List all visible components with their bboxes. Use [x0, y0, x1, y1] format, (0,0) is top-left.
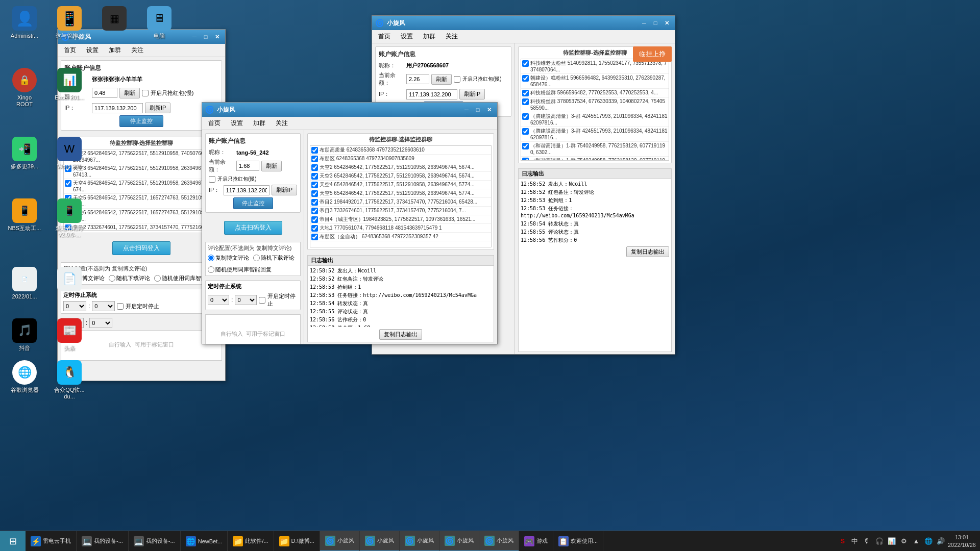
desktop-icon-admin[interactable]: 👤 Administr...: [4, 4, 45, 41]
mi-2-10[interactable]: 大地1 7770561074, 7794668118 4815436397154…: [310, 224, 491, 233]
taskbar-wind4[interactable]: 🌀 小旋风: [439, 531, 479, 551]
redpack-check-2[interactable]: 开启只抢红包(慢): [209, 176, 257, 183]
tray-micro[interactable]: 🎙: [862, 536, 872, 546]
tray-up[interactable]: ▲: [911, 536, 921, 546]
refresh-balance-btn-2[interactable]: 刷新: [261, 161, 282, 171]
menu-settings-2[interactable]: 设置: [227, 118, 247, 129]
refresh-ip-btn-3[interactable]: 刷新IP: [459, 89, 485, 99]
tray-sound[interactable]: 🔊: [936, 536, 946, 546]
minimize-btn-3[interactable]: ─: [639, 18, 649, 28]
mi-3-2[interactable]: 朝建设）糕粉丝1 5966596482, 64399235310, 276239…: [521, 74, 669, 89]
copy-log-btn-3[interactable]: 复制日志输出: [626, 246, 669, 257]
right-float-btn-3[interactable]: 临挂上挣: [633, 46, 672, 62]
taskbar-mydevice2[interactable]: 💻 我的设备-...: [129, 531, 181, 551]
mi-2-11[interactable]: 布朋区（全自动） 6248365368 47972352309357 42: [310, 233, 491, 241]
desktop-icon-qr[interactable]: ▦: [94, 4, 135, 41]
close-btn-1[interactable]: ✕: [212, 32, 222, 41]
mi-2-3[interactable]: 天空2 6542846542, 1775622517, 5512910958, …: [310, 163, 491, 172]
timing-min-2[interactable]: 0: [235, 295, 256, 305]
refresh-ip-btn-2[interactable]: 刷新IP: [272, 185, 297, 195]
close-btn-3[interactable]: ✕: [662, 18, 672, 28]
mi-2-2[interactable]: 布朋区 6248365368 47972340907835609: [310, 155, 491, 163]
menu-group-3[interactable]: 加群: [419, 31, 439, 42]
mi-3-8[interactable]: （和谐高清量）1-群 7540249958, 7762158129, 60771…: [521, 157, 669, 161]
balance-input-3[interactable]: [406, 74, 429, 84]
tray-ime[interactable]: 中: [850, 536, 860, 546]
log-content-3[interactable]: 12:58:52 发出人：Ncoill 12:58:52 红包备注：转发评论 1…: [519, 179, 671, 245]
taskbar-software[interactable]: 📁 此软件/...: [228, 531, 274, 551]
desktop-icon-xingo[interactable]: 🔒 XingoROOT: [4, 66, 45, 110]
mi-2-1[interactable]: 布朋高质量 6248365368 47972352126603610: [310, 146, 491, 155]
desktop-icon-excel[interactable]: 📊 Excel 201...: [49, 66, 90, 110]
mi-2-6[interactable]: 天空5 6542846542, 1775622517, 5512910958, …: [310, 189, 491, 198]
redpack-check-3[interactable]: 开启只抢红包(慢): [454, 76, 502, 83]
balance-input-2[interactable]: [236, 161, 259, 171]
monitor-list-3[interactable]: 科技维老太粉丝 5140992811, 17550234177, 7355713…: [521, 59, 669, 161]
desktop-icon-pc[interactable]: 🖥 电脑: [139, 4, 180, 41]
mi-2-5[interactable]: 天空4 6542846542, 1775622517, 5512910958, …: [310, 181, 491, 189]
timing-check-2[interactable]: 开启定时停止: [259, 292, 298, 308]
tray-sogou[interactable]: S: [838, 536, 848, 546]
mi-2-7[interactable]: 帝目2 1984492017, 1775622517, 3734157470, …: [310, 198, 491, 207]
mi-2-4[interactable]: 天空3 6542846542, 1775622517, 5512910958, …: [310, 172, 491, 181]
minimize-btn-1[interactable]: ─: [189, 32, 200, 41]
tray-settings[interactable]: ⚙: [899, 536, 909, 546]
taskbar-game[interactable]: 🎮 游戏: [519, 531, 553, 551]
titlebar-2[interactable]: 🌀 小旋风 ─ □ ✕: [202, 103, 497, 117]
close-btn-2[interactable]: ✕: [484, 105, 494, 114]
tray-chart[interactable]: 📊: [887, 536, 897, 546]
start-button[interactable]: ⊞: [0, 531, 26, 552]
ip-input-2[interactable]: [224, 185, 270, 195]
ip-input-3[interactable]: [406, 89, 457, 99]
desktop-icon-word[interactable]: W Word 201: [49, 135, 90, 172]
mi-3-7[interactable]: （和谐高清量）1-群 7540249958, 7762158129, 60771…: [521, 142, 669, 157]
titlebar-3[interactable]: 🌀 小旋风 ─ □ ✕: [372, 16, 675, 30]
menu-follow-2[interactable]: 关注: [272, 118, 292, 129]
desktop-icon-chrome[interactable]: 🌐 谷歌浏览器: [4, 358, 45, 402]
account-title-3: 账户账户信息: [379, 50, 508, 59]
taskbar-welcome[interactable]: 📋 欢迎使用...: [553, 531, 603, 551]
minimize-btn-2[interactable]: ─: [461, 105, 472, 114]
desktop-icon-2022[interactable]: 📄 2022/01...: [4, 265, 45, 302]
note-textarea-2[interactable]: 自行输入 可用于标记窗口: [205, 314, 301, 344]
desktop-icon-qq[interactable]: 🐧 合众QQ软...du...: [49, 358, 90, 402]
desktop-icon-toutiao[interactable]: 📰 头条: [49, 316, 90, 354]
mi-3-5[interactable]: （腾建設高清量）3-群 4245517993, 2101096334, 4824…: [521, 112, 669, 127]
menu-settings-3[interactable]: 设置: [397, 31, 417, 42]
stop-monitor-btn-2[interactable]: 停止监控: [233, 197, 273, 209]
taskbar-wind5[interactable]: 🌀 小旋风: [479, 531, 519, 551]
maximize-btn-3[interactable]: □: [650, 18, 660, 28]
desktop-icon-app-v2[interactable]: 📱 观运用程序v2.0.0-...: [49, 196, 90, 240]
taskbar-folder[interactable]: 📁 D:\微博...: [274, 531, 320, 551]
mi-3-4[interactable]: 科技粉丝群 3780537534, 6776330339, 1040802724…: [521, 97, 669, 112]
taskbar-wind3[interactable]: 🌀 小旋风: [400, 531, 439, 551]
taskbar-newbet[interactable]: 🌐 NewBet...: [181, 531, 228, 551]
scan-btn-2[interactable]: 点击扫码登入: [224, 221, 282, 235]
menu-home-3[interactable]: 首页: [374, 31, 395, 42]
mi-3-6[interactable]: （腾建設高清量）3-群 4245517993, 2101096334, 4824…: [521, 127, 669, 142]
desktop-icon-nbs[interactable]: 📱 NBS互动工...: [4, 196, 45, 240]
mi-2-8[interactable]: 帝目3 7332674601, 1775622517, 3734157470, …: [310, 207, 491, 215]
log-content-2[interactable]: 12:58:52 发出人：Ncoill 12:58:52 红包备注：转发评论 1…: [308, 266, 494, 327]
taskbar-wind2[interactable]: 🌀 小旋风: [360, 531, 400, 551]
timing-hour-2[interactable]: 0: [208, 295, 229, 305]
taskbar-thunder[interactable]: ⚡ 雷电云手机: [26, 531, 77, 551]
menu-follow-3[interactable]: 关注: [442, 31, 462, 42]
desktop-icon-app2[interactable]: 📱 这与管控...: [49, 4, 90, 41]
maximize-btn-1[interactable]: □: [201, 32, 211, 41]
desktop-icon-tiktok[interactable]: 🎵 抖音: [4, 316, 45, 354]
maximize-btn-2[interactable]: □: [473, 105, 483, 114]
mi-2-9[interactable]: 帝目4（城主专区）1984923825, 1775622517, 1097361…: [310, 215, 491, 224]
copy-log-btn-2[interactable]: 复制日志输出: [379, 329, 422, 340]
desktop-icon-apps[interactable]: 📲 多多更39...: [4, 135, 45, 172]
mi-3-3[interactable]: 科技粉丝群 5966596482, 7770252553, 4770252553…: [521, 89, 669, 97]
taskbar-wind1[interactable]: 🌀 小旋风: [320, 531, 360, 551]
monitor-list-2[interactable]: 布朋高质量 6248365368 47972352126603610 布朋区 6…: [310, 145, 492, 247]
menu-home-2[interactable]: 首页: [204, 118, 225, 129]
refresh-balance-btn-3[interactable]: 刷新: [431, 74, 452, 85]
menu-group-2[interactable]: 加群: [249, 118, 270, 129]
desktop-icon-blank[interactable]: 📄: [49, 265, 90, 302]
taskbar-mydevice1[interactable]: 💻 我的设备-...: [77, 531, 129, 551]
tray-headset[interactable]: 🎧: [874, 536, 885, 546]
tray-network[interactable]: 🌐: [923, 536, 934, 546]
